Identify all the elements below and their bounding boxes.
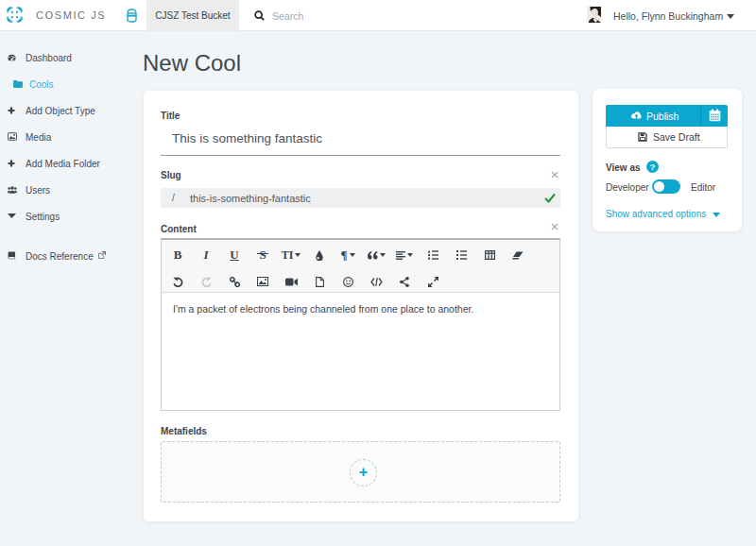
svg-text:?: ?	[650, 162, 656, 172]
